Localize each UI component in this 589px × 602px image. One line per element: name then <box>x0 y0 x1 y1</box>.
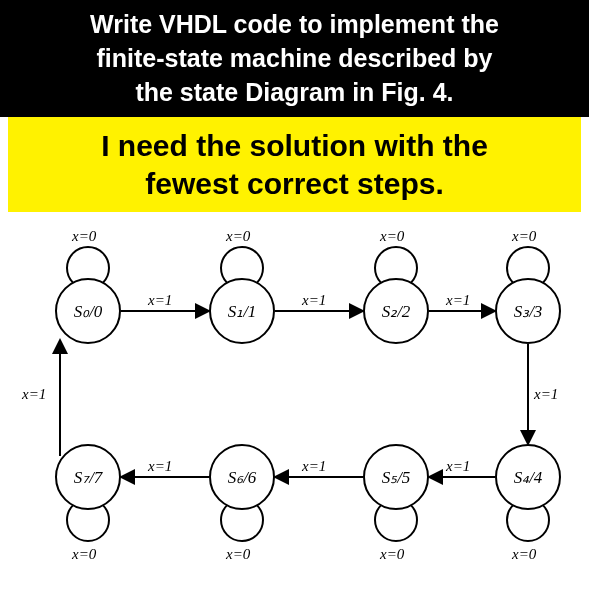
edge-label: x=1 <box>148 458 172 475</box>
loop-label: x=0 <box>512 228 536 245</box>
state-s7: S₇/7 <box>55 444 121 510</box>
edge-label: x=1 <box>446 292 470 309</box>
edge-label: x=1 <box>302 458 326 475</box>
state-s5: S₅/5 <box>363 444 429 510</box>
header-line: finite-state machine described by <box>10 42 579 76</box>
loop-label: x=0 <box>226 228 250 245</box>
state-s4: S₄/4 <box>495 444 561 510</box>
state-label: S₆/6 <box>228 467 257 488</box>
state-label: S₁/1 <box>228 301 257 322</box>
edge-label: x=1 <box>22 386 46 403</box>
loop-label: x=0 <box>380 546 404 563</box>
state-label: S₂/2 <box>382 301 411 322</box>
state-diagram: S₀/0 S₁/1 S₂/2 S₃/3 S₇/7 S₆/6 S₅/5 S₄/4 … <box>0 216 589 576</box>
header-line: the state Diagram in Fig. 4. <box>10 76 579 110</box>
edge-label: x=1 <box>446 458 470 475</box>
loop-label: x=0 <box>512 546 536 563</box>
state-s6: S₆/6 <box>209 444 275 510</box>
state-s1: S₁/1 <box>209 278 275 344</box>
state-s2: S₂/2 <box>363 278 429 344</box>
state-label: S₄/4 <box>514 467 543 488</box>
loop-label: x=0 <box>380 228 404 245</box>
edge-label: x=1 <box>534 386 558 403</box>
state-s3: S₃/3 <box>495 278 561 344</box>
instruction-banner: I need the solution with the fewest corr… <box>8 117 581 212</box>
state-s0: S₀/0 <box>55 278 121 344</box>
loop-label: x=0 <box>72 228 96 245</box>
state-label: S₃/3 <box>514 301 543 322</box>
loop-label: x=0 <box>226 546 250 563</box>
state-label: S₀/0 <box>74 301 103 322</box>
sub-line: I need the solution with the <box>14 127 575 165</box>
state-label: S₇/7 <box>74 467 103 488</box>
state-label: S₅/5 <box>382 467 411 488</box>
edge-label: x=1 <box>148 292 172 309</box>
edge-label: x=1 <box>302 292 326 309</box>
loop-label: x=0 <box>72 546 96 563</box>
question-header: Write VHDL code to implement the finite-… <box>0 0 589 117</box>
header-line: Write VHDL code to implement the <box>10 8 579 42</box>
sub-line: fewest correct steps. <box>14 165 575 203</box>
